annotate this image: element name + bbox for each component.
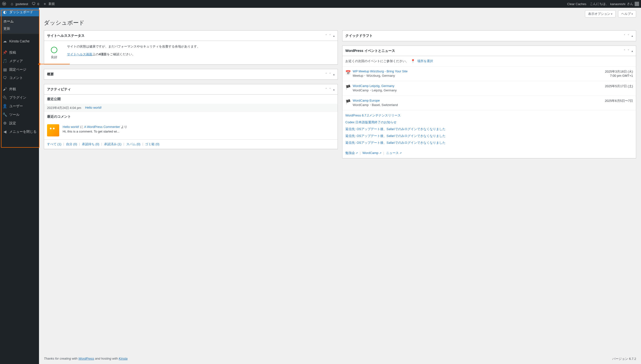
comment-avatar	[47, 124, 59, 136]
sidebar-item-kinsta[interactable]: ☁Kinsta Cache	[0, 37, 39, 45]
comment-author-link[interactable]: A WordPress Commenter	[84, 125, 120, 129]
sidebar-item-posts[interactable]: 📌投稿	[0, 48, 39, 57]
footer-kinsta-link[interactable]: Kinsta	[119, 357, 128, 360]
filter-approved[interactable]: 承認済み (1)	[104, 142, 122, 146]
sidebar-label-plugins: プラグイン	[9, 96, 26, 100]
site-name[interactable]: ⌂jpsitetest	[10, 2, 28, 6]
widget-title-events: WordPress イベントとニュース	[345, 49, 395, 53]
site-health-link[interactable]: サイトヘルス画面	[67, 52, 92, 56]
sidebar-item-plugins[interactable]: 🔌プラグイン	[0, 93, 39, 102]
event-title-link[interactable]: WordCamp Leipzig, Germany	[353, 84, 394, 88]
move-up-icon[interactable]: ˄	[325, 34, 327, 38]
event-row: 🏴 WordCamp Leipzig, Germany WordCamp・Lei…	[342, 81, 636, 96]
filter-spam[interactable]: スパム (0)	[126, 142, 141, 146]
wp-logo[interactable]: ⓦ	[2, 2, 6, 6]
widget-activity: アクティビティ ˄ ˅ ▴ 最近公開 2023年4月24日 4:04 pm He…	[44, 84, 338, 149]
event-date: 2025年5月17日 (土)	[605, 84, 633, 88]
comment-to: に	[79, 125, 84, 129]
sidebar-item-users[interactable]: 👤ユーザー	[0, 102, 39, 110]
sliders-icon: ⚙	[3, 121, 7, 126]
move-up-icon[interactable]: ˄	[624, 49, 625, 53]
page-title: ダッシュボード	[44, 19, 636, 26]
site-health-circle-icon	[51, 47, 57, 53]
new-content[interactable]: ＋新規	[43, 2, 55, 6]
filter-all[interactable]: すべて (1)	[47, 142, 62, 146]
screen-options-button[interactable]: 表示オプション	[585, 10, 616, 18]
filter-pending[interactable]: 承認待ち (0)	[82, 142, 100, 146]
toggle-icon[interactable]: ▴	[333, 88, 335, 91]
sidebar-sub-updates[interactable]: 更新	[0, 25, 39, 32]
sidebar-label-posts: 投稿	[9, 50, 16, 55]
toggle-icon[interactable]: ▴	[333, 34, 335, 38]
plus-icon: ＋	[43, 2, 47, 6]
select-location-link[interactable]: 場所を選択	[417, 59, 433, 63]
widget-title-activity: アクティビティ	[47, 87, 71, 92]
sidebar-collapse[interactable]: ◀メニューを閉じる	[0, 128, 39, 136]
calendar-icon: 📅	[345, 70, 350, 75]
sidebar-item-dashboard[interactable]: ◐ダッシュボード	[0, 8, 39, 16]
events-footer-meetup[interactable]: 勉強会	[345, 151, 358, 155]
home-icon: ⌂	[10, 2, 14, 6]
move-down-icon[interactable]: ˅	[627, 49, 629, 53]
sidebar-label-tools: ツール	[9, 112, 20, 117]
activity-recent-published: 最近公開	[44, 94, 338, 104]
sidebar-item-appearance[interactable]: 🖌外観	[0, 85, 39, 93]
widget-title-overview: 概要	[47, 72, 54, 76]
event-title-link[interactable]: WordCamp Europe	[353, 99, 380, 102]
events-footer-news[interactable]: ニュース	[386, 151, 402, 155]
move-up-icon[interactable]: ˄	[325, 88, 327, 91]
news-link[interactable]: 返信先: OSアップデート後、Safariでのみログインできなくなりました	[345, 140, 633, 145]
filter-trash[interactable]: ゴミ箱 (0)	[145, 142, 159, 146]
news-link[interactable]: Codex 日本語版運用終了のお知らせ	[345, 120, 633, 124]
move-up-icon[interactable]: ˄	[325, 72, 327, 76]
event-row: 🏴 WordCamp Europe WordCamp・Basel, Switze…	[342, 96, 636, 110]
help-button[interactable]: ヘルプ	[618, 10, 636, 18]
events-footer-wordcamp[interactable]: WordCamp	[362, 151, 381, 155]
sidebar-sub-home[interactable]: ホーム	[0, 18, 39, 25]
brush-icon: 🖌	[3, 87, 7, 91]
activity-post-link[interactable]: Hello world!	[85, 106, 102, 110]
news-link[interactable]: 返信先: OSアップデート後、Safariでのみログインできなくなりました	[345, 127, 633, 131]
move-down-icon[interactable]: ˅	[627, 34, 629, 38]
user-icon: 👤	[3, 104, 7, 108]
user-greeting[interactable]: こんにちは、kanaonishi さん	[590, 2, 639, 6]
annotation-arrow	[38, 64, 70, 64]
howdy-prefix: こんにちは、	[590, 2, 609, 6]
widget-site-health: サイトヘルスステータス ˄ ˅ ▴ 良好 サイトの状態は	[44, 30, 338, 64]
toggle-icon[interactable]: ▴	[631, 34, 633, 38]
comment-post-link[interactable]: Hello world!	[63, 125, 79, 129]
event-date: 2025年3月18日 (火)7:00 pm GMT+1	[605, 70, 633, 78]
move-down-icon[interactable]: ˅	[329, 34, 331, 38]
comments-link[interactable]: 🗨0	[32, 2, 39, 6]
sidebar-item-media[interactable]: 🎵メディア	[0, 57, 39, 65]
sidebar-label-pages: 固定ページ	[9, 68, 26, 72]
clear-caches-link[interactable]: Clear Caches	[567, 2, 586, 6]
wordcamp-icon: 🏴	[345, 99, 350, 104]
events-prompt: お近くの次回のイベントにご参加ください。	[345, 59, 409, 63]
sidebar-item-comments[interactable]: 🗨コメント	[0, 74, 39, 82]
event-row: 📅 WP Meetup Würzburg - Bring Your Site M…	[342, 66, 636, 81]
toggle-icon[interactable]: ▴	[333, 72, 335, 76]
sidebar-item-pages[interactable]: ▤固定ページ	[0, 65, 39, 74]
move-down-icon[interactable]: ˅	[329, 88, 331, 91]
sidebar-label-users: ユーザー	[9, 104, 23, 108]
move-up-icon[interactable]: ˄	[624, 34, 625, 38]
toggle-icon[interactable]: ▴	[631, 49, 633, 53]
page-icon: ▤	[3, 67, 7, 72]
sidebar-label-settings: 設定	[9, 121, 16, 126]
comment-text: Hi, this is a comment. To get started wi…	[63, 130, 127, 133]
event-title-link[interactable]: WP Meetup Würzburg - Bring Your Site	[353, 70, 407, 73]
news-link[interactable]: 返信先: OSアップデート後、Safariでのみログインできなくなりました	[345, 134, 633, 138]
filter-mine[interactable]: 自分 (0)	[66, 142, 77, 146]
sidebar-label-kinsta: Kinsta Cache	[9, 39, 30, 43]
footer-wp-link[interactable]: WordPress	[79, 357, 94, 360]
pin-icon: 📌	[3, 50, 7, 55]
dashboard-icon: ◐	[3, 10, 7, 14]
sh-text-2: をご確認ください。	[107, 52, 135, 56]
footer-text-2: and hosting with	[94, 357, 119, 360]
sidebar-item-settings[interactable]: ⚙設定	[0, 119, 39, 128]
move-down-icon[interactable]: ˅	[329, 72, 331, 76]
plugin-icon: 🔌	[3, 95, 7, 100]
news-link[interactable]: WordPress 6.7.2メンテナンスリリース	[345, 113, 633, 118]
sidebar-item-tools[interactable]: 🔧ツール	[0, 110, 39, 119]
